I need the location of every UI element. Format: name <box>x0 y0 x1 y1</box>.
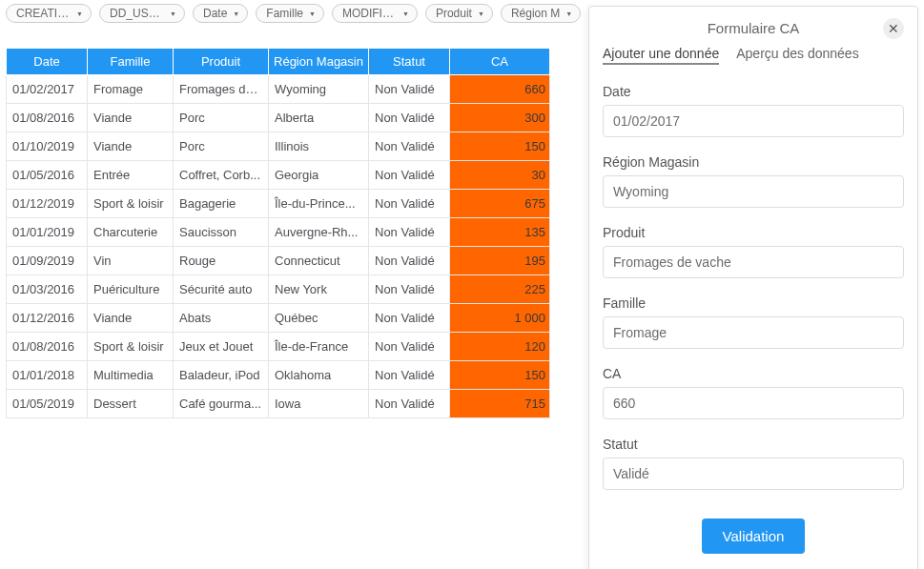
close-icon[interactable]: ✕ <box>883 18 904 39</box>
filter-label: Produit <box>436 7 472 20</box>
cell-produit: Porc <box>174 132 269 161</box>
panel-header: Formulaire CA ✕ <box>603 16 904 46</box>
cell-famille: Entrée <box>88 161 174 190</box>
table-row[interactable]: 01/09/2019VinRougeConnecticutNon Validé1… <box>7 247 550 275</box>
panel-tabs: Ajouter une donnée Aperçu des données <box>603 46 904 67</box>
table-row[interactable]: 01/12/2019Sport & loisirBagagerieÎle-du-… <box>7 190 550 218</box>
cell-ca: 1 000 <box>450 304 550 333</box>
filter-pill[interactable]: MODIFICA...▼ <box>332 4 418 23</box>
cell-famille: Dessert <box>88 390 174 418</box>
col-header-famille[interactable]: Famille <box>88 49 174 75</box>
chevron-down-icon: ▼ <box>478 10 484 17</box>
cell-region: Connecticut <box>269 247 369 275</box>
cell-date: 01/01/2019 <box>7 218 88 247</box>
cell-date: 01/12/2016 <box>7 304 88 333</box>
cell-famille: Charcuterie <box>88 218 174 247</box>
cell-statut: Non Validé <box>369 390 450 418</box>
input-produit[interactable] <box>603 246 904 278</box>
input-date[interactable] <box>603 105 904 137</box>
cell-region: Iowa <box>269 390 369 418</box>
table-row[interactable]: 01/08/2016ViandePorcAlbertaNon Validé300 <box>7 104 550 132</box>
cell-region: Auvergne-Rh... <box>269 218 369 247</box>
tab-preview-data[interactable]: Aperçu des données <box>736 46 858 65</box>
filter-pill[interactable]: Famille▼ <box>256 4 324 23</box>
table-row[interactable]: 01/12/2016ViandeAbatsQuébecNon Validé1 0… <box>7 304 550 333</box>
col-header-ca[interactable]: CA <box>450 49 550 75</box>
label-region: Région Magasin <box>603 154 904 170</box>
field-statut: Statut <box>603 437 904 490</box>
cell-region: New York <box>269 275 369 304</box>
field-date: Date <box>603 84 904 137</box>
cell-famille: Vin <box>88 247 174 275</box>
filter-pill[interactable]: Date▼ <box>193 4 248 23</box>
input-statut[interactable] <box>603 457 904 490</box>
cell-date: 01/03/2016 <box>7 275 88 304</box>
table-row[interactable]: 01/03/2016PuéricultureSécurité autoNew Y… <box>7 275 550 304</box>
cell-statut: Non Validé <box>369 304 450 333</box>
table-row[interactable]: 01/01/2018MultimediaBaladeur, iPodOklaho… <box>7 361 550 390</box>
cell-produit: Porc <box>174 104 269 132</box>
cell-ca: 150 <box>450 132 550 161</box>
cell-produit: Rouge <box>174 247 269 275</box>
input-famille[interactable] <box>603 316 904 349</box>
cell-produit: Bagagerie <box>174 190 269 218</box>
field-ca: CA <box>603 366 904 419</box>
cell-produit: Fromages de... <box>174 75 269 104</box>
cell-statut: Non Validé <box>369 333 450 361</box>
cell-ca: 225 <box>450 275 550 304</box>
filter-pill[interactable]: Région M▼ <box>501 4 581 23</box>
table-row[interactable]: 01/10/2019ViandePorcIllinoisNon Validé15… <box>7 132 550 161</box>
cell-region: Illinois <box>269 132 369 161</box>
data-table: Date Famille Produit Région Magasin Stat… <box>6 48 550 418</box>
cell-statut: Non Validé <box>369 75 450 104</box>
chevron-down-icon: ▼ <box>76 10 83 17</box>
cell-ca: 715 <box>450 390 550 418</box>
cell-statut: Non Validé <box>369 104 450 132</box>
cell-date: 01/12/2019 <box>7 190 88 218</box>
col-header-region[interactable]: Région Magasin <box>269 49 369 75</box>
cell-date: 01/05/2016 <box>7 161 88 190</box>
cell-produit: Jeux et Jouet <box>174 333 269 361</box>
cell-produit: Saucisson <box>174 218 269 247</box>
cell-region: Île-du-Prince... <box>269 190 369 218</box>
chevron-down-icon: ▼ <box>309 10 316 17</box>
field-famille: Famille <box>603 295 904 349</box>
cell-produit: Sécurité auto <box>174 275 269 304</box>
validation-button[interactable]: Validation <box>702 518 806 554</box>
tab-add-data[interactable]: Ajouter une donnée <box>603 46 719 65</box>
cell-region: Île-de-France <box>269 333 369 361</box>
input-region[interactable] <box>603 175 904 208</box>
input-ca[interactable] <box>603 387 904 419</box>
col-header-date[interactable]: Date <box>7 49 88 75</box>
cell-date: 01/01/2018 <box>7 361 88 390</box>
cell-produit: Abats <box>174 304 269 333</box>
table-row[interactable]: 01/05/2019DessertCafé gourma...IowaNon V… <box>7 390 550 418</box>
table-row[interactable]: 01/05/2016EntréeCoffret, Corb...GeorgiaN… <box>7 161 550 190</box>
cell-date: 01/08/2016 <box>7 333 88 361</box>
table-row[interactable]: 01/08/2016Sport & loisirJeux et JouetÎle… <box>7 333 550 361</box>
filter-label: CREATIO... <box>16 7 71 20</box>
filter-label: DD_USER <box>110 7 164 20</box>
cell-statut: Non Validé <box>369 275 450 304</box>
table-row[interactable]: 01/01/2019CharcuterieSaucissonAuvergne-R… <box>7 218 550 247</box>
cell-region: Alberta <box>269 104 369 132</box>
cell-region: Québec <box>269 304 369 333</box>
table-row[interactable]: 01/02/2017FromageFromages de...WyomingNo… <box>7 75 550 104</box>
cell-date: 01/05/2019 <box>7 390 88 418</box>
filter-pill[interactable]: DD_USER▼ <box>99 4 185 23</box>
col-header-produit[interactable]: Produit <box>174 49 269 75</box>
col-header-statut[interactable]: Statut <box>369 49 450 75</box>
filter-label: Famille <box>266 7 303 20</box>
filter-label: Région M <box>511 7 560 20</box>
cell-famille: Fromage <box>88 75 174 104</box>
chevron-down-icon: ▼ <box>402 10 409 17</box>
cell-statut: Non Validé <box>369 247 450 275</box>
cell-date: 01/10/2019 <box>7 132 88 161</box>
label-ca: CA <box>603 366 904 381</box>
chevron-down-icon: ▼ <box>233 10 239 17</box>
cell-ca: 150 <box>450 361 550 390</box>
filter-pill[interactable]: CREATIO...▼ <box>6 4 92 23</box>
cell-statut: Non Validé <box>369 190 450 218</box>
cell-famille: Viande <box>88 132 174 161</box>
filter-pill[interactable]: Produit▼ <box>425 4 493 23</box>
